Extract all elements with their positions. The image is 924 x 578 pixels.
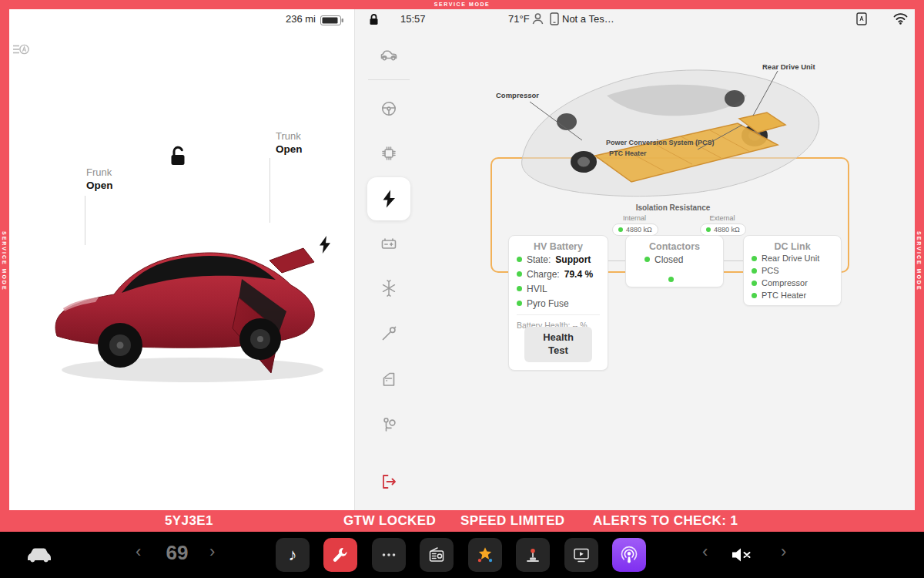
sidebar-item-steering[interactable] [380, 99, 398, 118]
status-dot [752, 293, 757, 298]
trunk-label: Trunk [276, 130, 303, 143]
contactors-title: Contactors [626, 236, 723, 252]
vehicle-render[interactable] [45, 185, 340, 395]
sidebar-divider [368, 79, 410, 80]
state-value: Support [555, 254, 591, 265]
wrench-icon [331, 546, 350, 564]
volume-up-chevron[interactable]: › [781, 543, 786, 561]
trunk-status-block: Trunk Open [276, 130, 303, 156]
card-connector [724, 260, 743, 261]
sidebar-item-low-voltage-battery[interactable] [380, 234, 398, 253]
status-dot [517, 257, 522, 262]
service-mode-left-label: SERVICE MODE [2, 231, 7, 291]
isolation-external-label: External [699, 214, 745, 222]
dc-link-title: DC Link [744, 236, 841, 252]
status-dot [517, 301, 522, 306]
status-dot [517, 271, 522, 277]
display-icon[interactable] [856, 12, 867, 25]
contactors-state-row: Closed [626, 252, 723, 267]
status-dot [517, 286, 522, 291]
rear-drive-unit-label: Rear Drive Unit [762, 62, 815, 71]
alerts-to-check-label[interactable]: ALERTS TO CHECK: 1 [593, 510, 738, 532]
state-label: State: [527, 254, 551, 265]
vehicle-controls-icon[interactable] [25, 545, 53, 565]
hv-battery-title: HV Battery [509, 236, 608, 252]
status-dot [752, 268, 757, 274]
temp-down-chevron[interactable]: ‹ [136, 543, 141, 561]
status-dot [752, 281, 757, 286]
hvil-label: HVIL [527, 284, 547, 294]
phone-icon[interactable] [550, 12, 559, 25]
range-label: 236 mi [270, 13, 316, 25]
sidebar-item-closures[interactable] [380, 370, 398, 388]
status-dot [752, 256, 757, 261]
driver-temp[interactable]: 69 [157, 541, 197, 565]
ptc-heater-label: PTC Heater [609, 150, 647, 157]
app-podcasts[interactable] [612, 538, 646, 572]
service-mode-right-label: SERVICE MODE [916, 231, 922, 291]
theater-icon [572, 546, 591, 564]
service-mode-top-label: SERVICE MODE [0, 0, 924, 9]
driver-profile-icon[interactable] [531, 12, 544, 25]
sidebar-item-high-voltage[interactable] [379, 189, 399, 209]
sidebar-item-exit-service[interactable] [380, 472, 398, 491]
hv-battery-hvil-row: HVIL [509, 281, 608, 296]
lock-icon[interactable] [368, 13, 380, 25]
music-note-icon: ♪ [289, 545, 297, 565]
dc-link-row: Compressor [744, 277, 841, 289]
dc-link-item: PCS [762, 266, 779, 275]
status-dot [644, 257, 650, 262]
isolation-resistance-title: Isolation Resistance [619, 203, 727, 212]
health-test-button[interactable]: Health Test [524, 327, 592, 362]
app-radio[interactable] [420, 538, 454, 572]
app-more[interactable] [372, 538, 406, 572]
contactors-state: Closed [654, 254, 683, 265]
sidebar-item-vehicle[interactable] [380, 46, 398, 65]
sidebar-item-thermal[interactable] [380, 279, 398, 297]
charge-label: Charge: [527, 269, 560, 280]
main-area: 236 mi 15:57 71°F Not a Tes… [9, 9, 915, 510]
hv-battery-state-row: State: Support [509, 252, 608, 267]
dc-link-row: PCS [744, 264, 841, 277]
clock-label: 15:57 [400, 13, 426, 25]
arcade-star-icon [475, 545, 495, 565]
app-music[interactable]: ♪ [276, 538, 310, 572]
service-frame-top: SERVICE MODE [0, 0, 924, 9]
contactors-card: Contactors Closed [625, 235, 724, 287]
app-service[interactable] [323, 538, 357, 572]
dc-link-item: Rear Drive Unit [762, 254, 819, 263]
gtw-locked-label: GTW LOCKED [343, 510, 436, 532]
hv-battery-pyro-row: Pyro Fuse [509, 296, 608, 311]
hv-battery-card: HV Battery State: Support Charge: 79.4 %… [508, 235, 608, 371]
pyro-fuse-label: Pyro Fuse [527, 298, 569, 309]
outside-temp-label[interactable]: 71°F [508, 13, 530, 25]
app-arcade[interactable] [468, 538, 502, 572]
dc-link-item: PTC Heater [762, 291, 806, 300]
status-dot [618, 227, 623, 232]
pcs-label: Power Conversion System (PCS) [606, 139, 715, 146]
hv-vehicle-diagram [468, 32, 869, 217]
compressor-label: Compressor [496, 91, 539, 99]
card-divider [517, 314, 600, 315]
unlocked-padlock-icon[interactable] [166, 145, 189, 166]
dc-link-row: PTC Heater [744, 289, 841, 301]
joystick-icon [524, 546, 542, 564]
battery-icon [320, 15, 343, 25]
status-dot [706, 227, 711, 232]
sidebar-item-diagnostics[interactable] [380, 324, 398, 343]
hv-battery-charge-row: Charge: 79.4 % [509, 267, 608, 281]
volume-down-chevron[interactable]: ‹ [702, 543, 708, 561]
temp-up-chevron[interactable]: › [209, 543, 215, 561]
dc-link-row: Rear Drive Unit [744, 252, 841, 264]
app-theater[interactable] [564, 538, 598, 572]
mute-icon[interactable] [730, 546, 753, 564]
sidebar-item-restraints[interactable] [380, 415, 398, 434]
app-toybox[interactable] [516, 538, 550, 572]
sidebar-item-firmware[interactable] [380, 144, 398, 163]
podcast-icon [619, 545, 639, 565]
dc-link-card: DC Link Rear Drive Unit PCS Compressor P… [743, 235, 842, 306]
lane-autopilot-icon [12, 43, 29, 55]
bt-device-label[interactable]: Not a Tes… [562, 13, 614, 25]
isolation-internal-reading: 4880 kΩ [612, 223, 658, 236]
isolation-internal-label: Internal [611, 214, 658, 222]
